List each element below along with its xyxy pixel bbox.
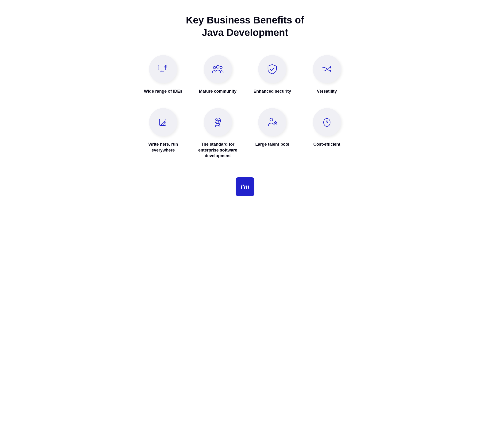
benefit-label-talent-pool: Large talent pool (255, 141, 289, 147)
benefit-label-mature-community: Mature community (199, 88, 236, 94)
benefit-enterprise-standard: The standard for enterprise software dev… (194, 108, 242, 159)
shield-check-icon (266, 63, 278, 75)
logo-box: I'm (236, 177, 254, 196)
people-star-icon (266, 116, 278, 128)
icon-circle-people-group (204, 55, 232, 83)
svg-marker-21 (274, 121, 277, 124)
benefit-label-write-run: Write here, run everywhere (140, 141, 187, 153)
svg-line-11 (167, 66, 167, 66)
monitor-gear-icon (157, 63, 169, 75)
benefit-label-cost-efficient: Cost-efficient (313, 141, 340, 147)
svg-point-20 (270, 118, 273, 121)
svg-marker-19 (216, 119, 219, 123)
svg-line-10 (167, 68, 167, 68)
benefit-label-versatility: Versatility (317, 88, 337, 94)
icon-circle-pencil-square (149, 108, 177, 136)
icon-circle-shield-check (258, 55, 286, 83)
svg-point-15 (220, 66, 222, 69)
svg-line-12 (165, 68, 165, 68)
benefit-cost-efficient: $ Cost-efficient (303, 108, 351, 159)
icon-circle-people-star (258, 108, 286, 136)
benefit-wide-range-ides: Wide range of IDEs (140, 55, 187, 94)
svg-point-14 (213, 66, 216, 69)
logo-text: I'm (241, 183, 249, 190)
shuffle-icon (321, 63, 333, 75)
benefit-versatility: Versatility (303, 55, 351, 94)
benefit-write-run: Write here, run everywhere (140, 108, 187, 159)
people-group-icon (212, 63, 224, 75)
page-title: Key Business Benefits of Java Developmen… (175, 14, 315, 39)
benefit-label-enterprise-standard: The standard for enterprise software dev… (194, 141, 242, 159)
icon-circle-money-bag: $ (313, 108, 341, 136)
svg-line-9 (165, 66, 165, 66)
svg-rect-16 (159, 119, 166, 126)
money-bag-icon: $ (321, 116, 333, 128)
pencil-square-icon (157, 116, 169, 128)
icon-circle-award-star (204, 108, 232, 136)
svg-point-13 (216, 65, 219, 68)
award-star-icon (212, 116, 224, 128)
svg-rect-0 (158, 65, 166, 70)
benefit-enhanced-security: Enhanced security (248, 55, 296, 94)
benefit-label-wide-range-ides: Wide range of IDEs (144, 88, 182, 94)
benefit-talent-pool: Large talent pool (248, 108, 296, 159)
benefits-row-1: Wide range of IDEs Mature community (140, 55, 350, 94)
svg-text:$: $ (326, 120, 328, 124)
benefits-row-2: Write here, run everywhere The standard … (140, 108, 350, 159)
icon-circle-shuffle (313, 55, 341, 83)
icon-circle-monitor-gear (149, 55, 177, 83)
logo-container: I'm (236, 177, 254, 196)
benefit-mature-community: Mature community (194, 55, 242, 94)
benefit-label-enhanced-security: Enhanced security (254, 88, 291, 94)
